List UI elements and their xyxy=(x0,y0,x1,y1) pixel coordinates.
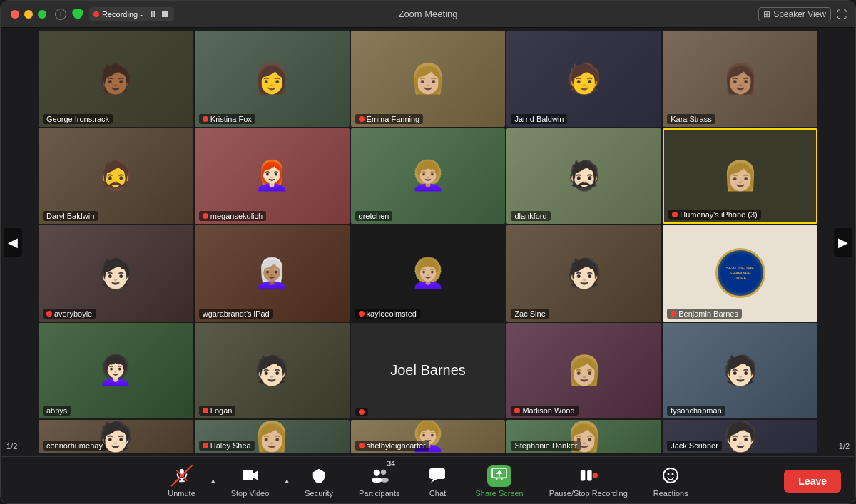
nav-next-button[interactable]: ▶ xyxy=(834,228,852,257)
stop-video-button[interactable]: Stop Video xyxy=(218,464,282,498)
shawnee-logo-container: SEAL OF THESHAWNEETRIBE xyxy=(663,225,817,322)
participant-cell-stephanie[interactable]: 👩🏼 Stephanie Danker xyxy=(506,420,661,453)
participant-video-humenay: 👩🏼 xyxy=(664,130,816,223)
reactions-label: Reactions xyxy=(653,489,688,498)
participant-cell-kaylee[interactable]: 👩🏼‍🦱 kayleeolmsted xyxy=(351,225,506,322)
participant-cell-shelby[interactable]: 👩🏼‍🦱 shelbyleighcarter xyxy=(351,420,506,453)
participant-cell-kristina[interactable]: 👩 Kristina Fox xyxy=(195,31,350,127)
participant-video-kaylee: 👩🏼‍🦱 xyxy=(351,225,506,322)
fullscreen-icon[interactable]: ⛶ xyxy=(837,9,847,20)
video-grid: 🧑🏾 George Ironstrack 👩 Kristina Fox 👩🏼 E… xyxy=(14,28,842,456)
muted-icon xyxy=(46,311,52,317)
speaker-view-button[interactable]: ⊞ Speaker View xyxy=(758,7,831,21)
unmute-label: Unmute xyxy=(168,489,195,498)
unmute-caret[interactable]: ▲ xyxy=(208,475,218,486)
participant-video-zac: 🧑🏻 xyxy=(506,225,661,322)
participant-name-connor: connorhumenay xyxy=(43,441,106,451)
participant-cell-abbys[interactable]: 👩🏻‍🦱 abbys xyxy=(39,323,193,419)
participant-cell-emma[interactable]: 👩🏼 Emma Fanning xyxy=(351,31,506,127)
participant-video-jarrid: 🧑 xyxy=(506,31,661,127)
participant-cell-tyson[interactable]: 🧑🏻 tysonchapman xyxy=(663,323,817,419)
participant-name-jarrid: Jarrid Baldwin xyxy=(511,114,567,124)
participant-cell-zac[interactable]: 🧑🏻 Zac Sine xyxy=(506,225,661,322)
muted-icon xyxy=(203,213,208,219)
muted-icon xyxy=(203,443,208,448)
reactions-button[interactable]: Reactions xyxy=(641,464,701,498)
participant-cell-benjamin[interactable]: SEAL OF THESHAWNEETRIBE Benjamin Barnes xyxy=(663,225,817,322)
participant-cell-megan[interactable]: 👩🏻‍🦰 megansekulich xyxy=(195,128,350,225)
participant-cell-humenay[interactable]: 👩🏼 Humenay's iPhone (3) xyxy=(663,128,817,225)
participants-count: 34 xyxy=(387,460,395,468)
microphone-icon xyxy=(170,464,193,487)
participant-cell-jarrid[interactable]: 🧑 Jarrid Baldwin xyxy=(506,31,661,127)
svg-point-8 xyxy=(381,470,386,475)
participant-name-jack: Jack Scribner xyxy=(667,441,722,451)
participant-name-george: George Ironstrack xyxy=(43,114,113,124)
participant-name-daryl: Daryl Baldwin xyxy=(43,211,98,221)
svg-rect-10 xyxy=(429,468,445,479)
participant-cell-daryl[interactable]: 🧔 Daryl Baldwin xyxy=(39,128,193,225)
participant-video-tyson: 🧑🏻 xyxy=(663,323,817,419)
reactions-icon xyxy=(659,464,682,487)
unmute-button[interactable]: Unmute xyxy=(155,464,208,498)
participant-cell-avery[interactable]: 🧑🏻 averyboyle xyxy=(39,225,193,322)
recording-pause[interactable]: ⏸ xyxy=(148,9,158,19)
participant-name-emma: Emma Fanning xyxy=(355,114,424,124)
participant-video-kara: 👩🏽 xyxy=(663,31,817,127)
participant-cell-madison[interactable]: 👩🏼 Madison Wood xyxy=(506,323,661,419)
participant-video-avery: 🧑🏻 xyxy=(39,225,193,322)
svg-marker-11 xyxy=(431,479,437,483)
stop-video-label: Stop Video xyxy=(231,489,270,498)
security-button[interactable]: Security xyxy=(292,464,346,498)
muted-icon xyxy=(672,212,678,217)
info-icon[interactable]: i xyxy=(55,9,66,20)
participants-button[interactable]: 34 Participants xyxy=(346,464,412,498)
participant-cell-haley[interactable]: 👩🏼 Haley Shea xyxy=(195,420,350,453)
muted-icon xyxy=(671,311,676,317)
participant-cell-gretchen[interactable]: 👩🏼‍🦱 gretchen xyxy=(351,128,506,225)
recording-stop[interactable]: ⏹ xyxy=(160,9,170,19)
participant-cell-jack[interactable]: 🧑🏻 Jack Scribner xyxy=(663,420,817,453)
svg-point-7 xyxy=(372,478,382,483)
svg-marker-5 xyxy=(253,470,258,480)
participant-name-zac: Zac Sine xyxy=(511,309,549,319)
muted-icon xyxy=(203,408,208,413)
pause-recording-button[interactable]: Pause/Stop Recording xyxy=(536,464,641,498)
titlebar-left: i Recording - ⏸ ⏹ xyxy=(55,7,174,21)
participant-cell-kara[interactable]: 👩🏽 Kara Strass xyxy=(663,31,817,127)
close-button[interactable] xyxy=(11,10,19,19)
recording-dot xyxy=(93,11,99,17)
page-indicator-right: 1/2 xyxy=(839,442,850,451)
participant-video-dlankford: 🧔🏻 xyxy=(506,128,661,225)
pause-recording-icon xyxy=(577,464,600,487)
participant-name-kaylee: kayleeolmsted xyxy=(355,309,420,319)
nav-prev-button[interactable]: ◀ xyxy=(4,228,22,257)
participant-cell-dlankford[interactable]: 🧔🏻 dlankford xyxy=(506,128,661,225)
participants-label: Participants xyxy=(359,489,399,498)
svg-point-9 xyxy=(381,478,389,483)
window-title: Zoom Meeting xyxy=(398,9,457,19)
leave-button[interactable]: Leave xyxy=(784,470,841,493)
participant-cell-joel[interactable]: Joel Barnes xyxy=(351,323,506,419)
traffic-lights xyxy=(1,10,46,19)
participant-cell-logan[interactable]: 🧑🏻 Logan xyxy=(195,323,350,419)
participant-name-benjamin: Benjamin Barnes xyxy=(667,309,742,319)
chat-button[interactable]: Chat xyxy=(412,464,462,498)
participant-video-gretchen: 👩🏼‍🦱 xyxy=(351,128,506,225)
video-caret[interactable]: ▲ xyxy=(282,475,292,486)
participant-video-george: 🧑🏾 xyxy=(39,31,193,127)
share-screen-button[interactable]: Share Screen xyxy=(462,464,536,498)
fullscreen-button[interactable] xyxy=(38,10,46,19)
participant-name-wgara: wgarabrandt's iPad xyxy=(199,309,273,319)
muted-icon xyxy=(359,443,365,448)
muted-icon xyxy=(359,116,365,122)
titlebar-right: ⊞ Speaker View ⛶ xyxy=(758,7,855,21)
minimize-button[interactable] xyxy=(24,10,33,19)
participant-cell-wgara[interactable]: 👩🏽‍🦳 wgarabrandt's iPad xyxy=(195,225,350,322)
participant-name-gretchen: gretchen xyxy=(355,211,393,221)
participant-cell-connor[interactable]: 🧑🏻 connorhumenay xyxy=(39,420,193,453)
participant-name-joel-text: Joel Barnes xyxy=(390,362,466,379)
svg-rect-4 xyxy=(243,470,253,480)
participant-cell-george[interactable]: 🧑🏾 George Ironstrack xyxy=(39,31,193,127)
participants-icon: 34 xyxy=(368,464,391,487)
